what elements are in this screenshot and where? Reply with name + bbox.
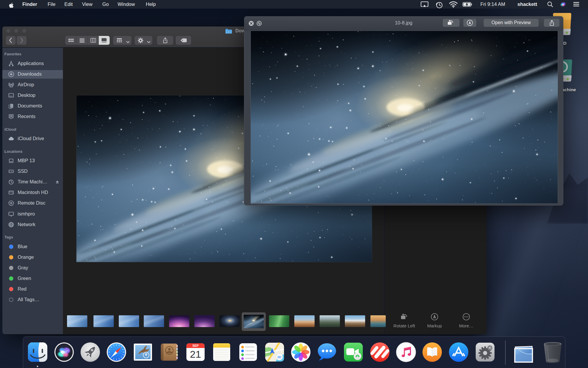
svg-text:SEP: SEP: [192, 344, 198, 347]
svg-text:21: 21: [190, 349, 201, 360]
svg-text:3D: 3D: [277, 355, 281, 359]
